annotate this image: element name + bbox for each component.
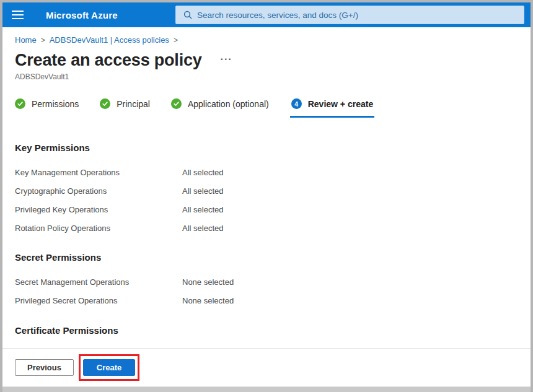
tab-application-optional[interactable]: Application (optional) [171,98,269,116]
breadcrumb-separator: > [41,36,45,45]
row-label: Rotation Policy Operations [15,224,182,233]
section-heading: Secret Permissions [15,252,518,263]
key-permissions-rows: Key Management Operations All selected C… [15,163,518,237]
table-row: Rotation Policy Operations All selected [15,219,518,237]
row-label: Key Management Operations [15,168,182,177]
breadcrumb-separator: > [174,36,178,45]
step-label: Permissions [32,99,79,109]
breadcrumb: Home > ADBSDevVault1 | Access policies > [15,35,518,45]
search-icon [183,11,192,19]
row-value: All selected [182,205,518,214]
window-bottom-strip [2,386,531,392]
table-row: Privileged Secret Operations None select… [15,291,518,310]
step-label: Review + create [308,99,373,109]
table-row: Key Management Operations All selected [15,163,518,181]
main-content: Home > ADBSDevVault1 | Access policies >… [2,27,531,348]
section-certificate-permissions: Certificate Permissions [15,325,518,336]
breadcrumb-home-link[interactable]: Home [15,35,37,45]
table-row: Secret Management Operations None select… [15,272,518,291]
row-label: Cryptographic Operations [15,186,182,196]
more-options-ellipsis-icon[interactable]: ··· [221,54,232,64]
section-secret-permissions: Secret Permissions Secret Management Ope… [15,252,518,310]
brand-title: Microsoft Azure [46,10,118,20]
check-circle-icon [171,98,182,109]
row-value: None selected [182,296,518,305]
row-value: All selected [182,224,518,233]
step-label: Application (optional) [188,99,269,109]
row-label: Privileged Secret Operations [15,296,182,305]
page-title: Create an access policy [15,51,202,70]
table-row: Privileged Key Operations All selected [15,200,518,219]
tab-principal[interactable]: Principal [100,98,150,116]
previous-button[interactable]: Previous [15,359,74,376]
row-value: All selected [182,168,518,177]
check-circle-icon [100,98,110,109]
table-row: Cryptographic Operations All selected [15,181,518,200]
search-input[interactable] [197,11,519,20]
breadcrumb-vault-link[interactable]: ADBSDevVault1 | Access policies [50,35,169,45]
footer-bar: Previous Create [2,348,531,386]
top-bar: Microsoft Azure [2,2,531,27]
step-number-icon: 4 [291,98,302,109]
secret-permissions-rows: Secret Management Operations None select… [15,272,518,310]
hamburger-menu-icon[interactable] [2,2,32,27]
azure-portal-window: Microsoft Azure Home > ADBSDevVault1 | A… [0,0,533,392]
page-subtitle: ADBSDevVault1 [15,72,518,81]
create-button-highlight: Create [79,354,139,381]
section-key-permissions: Key Permissions Key Management Operation… [15,142,518,237]
wizard-steps: Permissions Principal Application (optio… [15,98,518,118]
title-row: Create an access policy ··· [15,51,518,70]
section-heading: Certificate Permissions [15,325,518,336]
section-heading: Key Permissions [15,142,518,153]
create-button[interactable]: Create [83,359,135,376]
tab-permissions[interactable]: Permissions [15,98,79,116]
row-label: Secret Management Operations [15,277,182,287]
tab-review-create[interactable]: 4 Review + create [290,98,374,118]
global-search[interactable] [175,6,524,24]
row-value: All selected [182,186,518,196]
row-label: Privileged Key Operations [15,205,182,214]
check-circle-icon [15,98,25,109]
row-value: None selected [182,277,518,287]
step-label: Principal [117,99,150,109]
